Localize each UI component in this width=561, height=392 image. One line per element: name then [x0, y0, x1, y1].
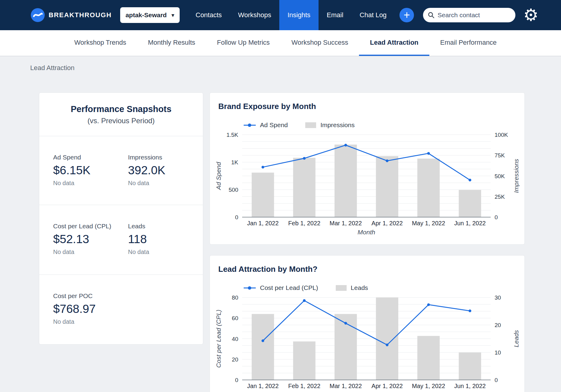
tab-email-performance[interactable]: Email Performance — [429, 30, 508, 56]
brand-name: BREAKTHROUGH — [49, 11, 112, 19]
top-nav: BREAKTHROUGH aptak-Seward ▾ Contacts Wor… — [0, 0, 561, 30]
metric-value: 392.0K — [128, 164, 203, 177]
tab-lead-attraction[interactable]: Lead Attraction — [359, 30, 429, 56]
left-tick-label: 40 — [232, 336, 238, 342]
line-point — [303, 299, 306, 302]
bar — [459, 190, 481, 217]
right-axis-label: Impressions — [513, 159, 520, 193]
left-tick-label: 80 — [232, 294, 238, 301]
x-tick-label: May 1, 2022 — [412, 220, 445, 227]
bar — [293, 342, 316, 380]
snapshots-title: Performance Snapshots — [39, 104, 203, 114]
left-tick-label: 20 — [232, 356, 238, 363]
bar — [376, 297, 398, 380]
metric-ad-spend: Ad Spend $6.15K No data — [53, 154, 128, 205]
right-tick-label: 0 — [495, 214, 498, 220]
insights-tab-bar: Workshop Trends Monthly Results Follow U… — [0, 30, 561, 56]
tab-workshop-trends[interactable]: Workshop Trends — [63, 30, 137, 56]
left-tick-label: 500 — [229, 187, 238, 193]
right-tick-label: 50K — [495, 173, 505, 179]
tab-monthly-results[interactable]: Monthly Results — [137, 30, 206, 56]
metric-value: 118 — [128, 233, 203, 246]
metric-cost-per-poc: Cost per POC $768.97 No data — [53, 292, 138, 344]
line-point — [386, 159, 389, 162]
search-box[interactable] — [423, 8, 515, 22]
bar-swatch-icon — [336, 285, 347, 291]
right-tick-label: 30 — [495, 294, 501, 301]
tab-follow-up-metrics[interactable]: Follow Up Metrics — [206, 30, 281, 56]
line-point — [469, 310, 471, 312]
line-point — [469, 179, 471, 182]
snapshots-subtitle: (vs. Previous Period) — [39, 117, 203, 125]
chart-title: Brand Exposure by Month — [218, 102, 524, 111]
metric-value: $6.15K — [53, 164, 128, 177]
bar — [293, 158, 316, 217]
x-axis-label: Month — [357, 229, 375, 236]
metric-note: No data — [128, 180, 203, 187]
x-tick-label: May 1, 2022 — [412, 383, 445, 389]
bar — [335, 145, 357, 217]
legend-item-cpl: Cost per Lead (CPL) — [244, 284, 318, 291]
bar — [376, 156, 398, 217]
account-selector-value: aptak-Seward — [126, 11, 167, 19]
metric-value: $768.97 — [53, 302, 138, 316]
x-tick-label: Apr 1, 2022 — [371, 220, 402, 227]
x-tick-label: Feb 1, 2022 — [288, 220, 320, 227]
lead-attraction-card: Lead Attraction by Month? Cost per Lead … — [210, 255, 525, 392]
x-tick-label: Jan 1, 2022 — [247, 383, 279, 389]
metric-label: Cost per POC — [53, 292, 138, 300]
nav-item-email[interactable]: Email — [319, 0, 351, 30]
breadcrumb: Lead Attraction — [30, 64, 561, 72]
line-swatch-icon — [244, 288, 256, 288]
metric-label: Leads — [128, 223, 203, 230]
settings-gear-icon[interactable]: ⚙ — [523, 7, 538, 24]
line-point — [427, 152, 430, 155]
add-button[interactable]: + — [399, 8, 414, 22]
brand-exposure-chart: 05001K1.5K025K50K75K100KJan 1, 2022Feb 1… — [210, 132, 525, 237]
tab-workshop-success[interactable]: Workshop Success — [280, 30, 359, 56]
snapshots-header: Performance Snapshots (vs. Previous Peri… — [39, 93, 203, 136]
lead-attraction-chart: 0204060800102030Jan 1, 2022Feb 1, 2022Ma… — [210, 294, 525, 392]
legend-item-ad-spend: Ad Spend — [244, 121, 288, 129]
right-tick-label: 100K — [495, 132, 508, 138]
nav-item-insights[interactable]: Insights — [279, 0, 319, 30]
metric-note: No data — [53, 180, 128, 187]
chart-legend: Cost per Lead (CPL) Leads — [244, 284, 524, 291]
metric-cpl: Cost per Lead (CPL) $52.13 No data — [53, 223, 128, 275]
search-icon — [428, 12, 434, 18]
brand-logo-icon — [31, 8, 45, 22]
left-tick-label: 1K — [231, 159, 239, 165]
left-tick-label: 1.5K — [226, 132, 238, 138]
line-point — [303, 157, 306, 160]
left-axis-label: Cost per Lead (CPL) — [215, 310, 222, 368]
line-point — [344, 322, 347, 325]
bar — [417, 336, 440, 380]
left-tick-label: 60 — [232, 315, 238, 321]
line-swatch-icon — [244, 125, 256, 126]
brand-logo[interactable]: BREAKTHROUGH — [31, 8, 112, 22]
left-axis-label: Ad Spend — [215, 162, 222, 191]
nav-item-contacts[interactable]: Contacts — [188, 0, 230, 30]
metric-value: $52.13 — [53, 233, 128, 246]
line-point — [344, 144, 347, 146]
chart-title: Lead Attraction by Month? — [218, 265, 524, 274]
line-point — [386, 343, 389, 346]
metric-note: No data — [53, 249, 128, 255]
x-tick-label: Mar 1, 2022 — [330, 220, 362, 227]
search-input[interactable] — [438, 11, 511, 19]
legend-label: Impressions — [320, 121, 354, 129]
right-axis-label: Leads — [513, 330, 520, 347]
x-tick-label: Jun 1, 2022 — [454, 220, 486, 227]
metric-note: No data — [128, 249, 203, 255]
plus-icon: + — [404, 10, 410, 21]
line-point — [261, 166, 264, 169]
chart-legend: Ad Spend Impressions — [244, 121, 524, 129]
nav-item-workshops[interactable]: Workshops — [230, 0, 280, 30]
right-tick-label: 0 — [495, 377, 498, 383]
legend-item-leads: Leads — [336, 284, 368, 291]
snapshot-row-2: Cost per Lead (CPL) $52.13 No data Leads… — [39, 205, 203, 275]
nav-item-chat-log[interactable]: Chat Log — [351, 0, 395, 30]
account-selector[interactable]: aptak-Seward ▾ — [120, 7, 180, 23]
snapshot-row-1: Ad Spend $6.15K No data Impressions 392.… — [39, 136, 203, 205]
bar — [417, 159, 440, 217]
